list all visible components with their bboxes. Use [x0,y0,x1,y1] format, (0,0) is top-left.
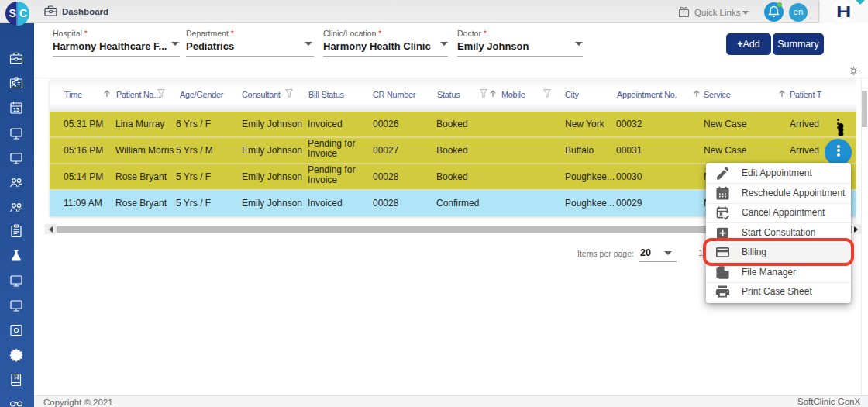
svg-text:15: 15 [13,107,19,112]
